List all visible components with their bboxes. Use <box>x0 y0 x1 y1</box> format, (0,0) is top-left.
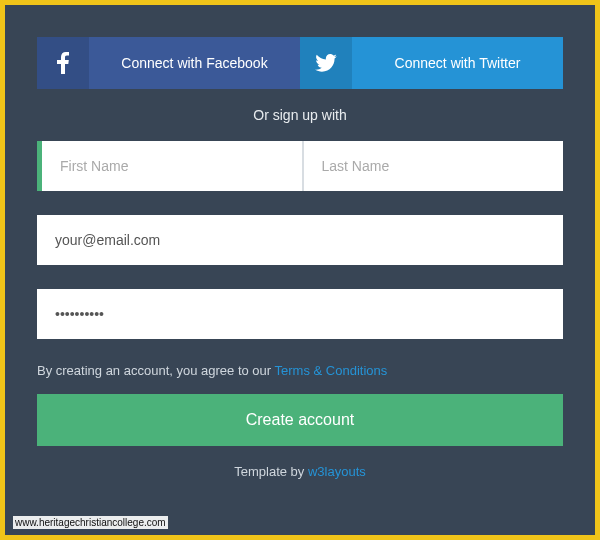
twitter-button-label: Connect with Twitter <box>352 55 563 71</box>
connect-twitter-button[interactable]: Connect with Twitter <box>300 37 563 89</box>
facebook-icon <box>37 37 89 89</box>
signup-form-container: Connect with Facebook Connect with Twitt… <box>0 0 600 540</box>
terms-text: By creating an account, you agree to our… <box>37 363 563 378</box>
facebook-button-label: Connect with Facebook <box>89 55 300 71</box>
footer-prefix: Template by <box>234 464 308 479</box>
terms-prefix: By creating an account, you agree to our <box>37 363 275 378</box>
password-input[interactable] <box>37 289 563 339</box>
last-name-input[interactable] <box>304 141 564 191</box>
footer-credit: Template by w3layouts <box>37 464 563 479</box>
create-account-button[interactable]: Create account <box>37 394 563 446</box>
create-account-label: Create account <box>246 411 355 429</box>
email-input[interactable] <box>37 215 563 265</box>
connect-facebook-button[interactable]: Connect with Facebook <box>37 37 300 89</box>
name-fields-row <box>37 141 563 191</box>
watermark: www.heritagechristiancollege.com <box>13 516 168 529</box>
twitter-icon <box>300 37 352 89</box>
terms-link[interactable]: Terms & Conditions <box>275 363 388 378</box>
social-buttons-row: Connect with Facebook Connect with Twitt… <box>37 37 563 89</box>
divider-text: Or sign up with <box>37 107 563 123</box>
footer-link[interactable]: w3layouts <box>308 464 366 479</box>
first-name-input[interactable] <box>42 141 304 191</box>
